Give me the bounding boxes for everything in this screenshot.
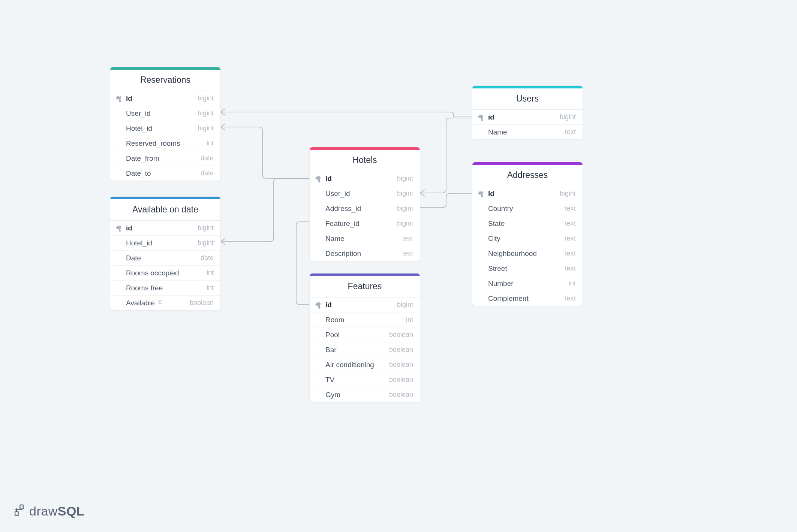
svg-rect-14 bbox=[15, 512, 18, 516]
column-type: boolean bbox=[389, 391, 413, 399]
column-type: boolean bbox=[389, 346, 413, 354]
column-row[interactable]: Hotel_idbigint bbox=[110, 121, 220, 136]
svg-line-5 bbox=[221, 127, 225, 130]
column-type: boolean bbox=[389, 361, 413, 369]
primary-key-icon bbox=[115, 95, 124, 102]
column-type: date bbox=[201, 254, 214, 262]
column-row[interactable]: Date_fromdate bbox=[110, 151, 220, 166]
column-row[interactable]: Descriptiontext bbox=[310, 246, 420, 261]
column-type: bigint bbox=[198, 239, 214, 247]
table-title[interactable]: Users bbox=[472, 88, 583, 110]
column-row[interactable]: Address_idbigint bbox=[310, 201, 420, 216]
column-row[interactable]: Air conditioningboolean bbox=[310, 357, 420, 372]
column-name: id bbox=[488, 190, 560, 198]
column-row[interactable]: Rooms freeint bbox=[110, 281, 220, 296]
column-type: bigint bbox=[560, 190, 576, 197]
column-name: Rooms occopied bbox=[126, 269, 207, 277]
column-name: Reserved_rooms bbox=[126, 139, 207, 148]
table-color-bar bbox=[310, 147, 420, 150]
column-type: int bbox=[406, 316, 413, 324]
table-color-bar bbox=[310, 273, 420, 276]
column-name: id bbox=[325, 301, 397, 309]
primary-key-icon bbox=[315, 175, 324, 182]
column-row[interactable]: idbigint bbox=[110, 91, 220, 106]
column-row[interactable]: Roomint bbox=[310, 312, 420, 327]
column-row[interactable]: idbigint bbox=[310, 297, 420, 312]
column-row[interactable]: Nametext bbox=[310, 231, 420, 246]
table-available-on-date[interactable]: Available on dateidbigintHotel_idbigintD… bbox=[110, 196, 221, 311]
column-row[interactable]: Streettext bbox=[472, 261, 583, 276]
column-row[interactable]: Poolboolean bbox=[310, 327, 420, 342]
drawsql-logo-text: drawSQL bbox=[29, 504, 84, 519]
column-type: bigint bbox=[560, 113, 576, 121]
column-row[interactable]: Barboolean bbox=[310, 342, 420, 357]
table-title[interactable]: Reservations bbox=[110, 70, 220, 91]
column-name: Hotel_id bbox=[126, 239, 198, 247]
column-name: Neighbourhood bbox=[488, 250, 565, 258]
column-row[interactable]: Nametext bbox=[472, 125, 583, 139]
column-row[interactable]: Feature_idbigint bbox=[310, 216, 420, 231]
table-title[interactable]: Hotels bbox=[310, 150, 420, 171]
column-row[interactable]: Datedate bbox=[110, 251, 220, 266]
column-name: User_id bbox=[325, 190, 397, 198]
column-type: int bbox=[207, 284, 214, 292]
table-color-bar bbox=[472, 86, 583, 88]
column-row[interactable]: Reserved_roomsint bbox=[110, 136, 220, 151]
column-row[interactable]: Neighbourhoodtext bbox=[472, 246, 583, 261]
column-type: bigint bbox=[397, 301, 413, 309]
column-name: Rooms free bbox=[126, 284, 207, 292]
column-row[interactable]: Countrytext bbox=[472, 201, 583, 216]
column-type: bigint bbox=[198, 224, 214, 232]
column-name: Complement bbox=[488, 294, 565, 303]
diagram-canvas[interactable]: ReservationsidbigintUser_idbigintHotel_i… bbox=[0, 0, 797, 532]
table-title[interactable]: Available on date bbox=[110, 199, 220, 221]
column-row[interactable]: Hotel_idbigint bbox=[110, 236, 220, 251]
column-name: City bbox=[488, 235, 565, 243]
column-name: Street bbox=[488, 265, 565, 273]
column-row[interactable]: idbigint bbox=[472, 110, 583, 125]
column-name: TV bbox=[325, 376, 389, 384]
table-reservations[interactable]: ReservationsidbigintUser_idbigintHotel_i… bbox=[110, 67, 221, 181]
column-type: bigint bbox=[198, 109, 214, 117]
table-users[interactable]: UsersidbigintNametext bbox=[472, 85, 583, 140]
column-type: bigint bbox=[198, 94, 214, 102]
column-row[interactable]: Statetext bbox=[472, 216, 583, 231]
column-type: bigint bbox=[198, 124, 214, 132]
column-type: text bbox=[565, 205, 576, 212]
column-name: Date_from bbox=[126, 154, 201, 163]
column-row[interactable]: Numberint bbox=[472, 276, 583, 291]
column-name: Date_to bbox=[126, 169, 201, 178]
column-row[interactable]: idbigint bbox=[310, 171, 420, 186]
primary-key-icon bbox=[478, 114, 487, 121]
column-type: text bbox=[565, 250, 576, 257]
table-hotels[interactable]: HotelsidbigintUser_idbigintAddress_idbig… bbox=[309, 147, 420, 261]
table-color-bar bbox=[472, 162, 583, 165]
column-name: Feature_id bbox=[325, 220, 397, 228]
column-name: id bbox=[126, 224, 198, 232]
column-row[interactable]: User_idbigint bbox=[310, 186, 420, 201]
table-addresses[interactable]: AddressesidbigintCountrytextStatetextCit… bbox=[472, 162, 583, 306]
svg-point-16 bbox=[16, 509, 17, 510]
column-name: Hotel_id bbox=[126, 124, 198, 133]
column-row[interactable]: Rooms occopiedint bbox=[110, 266, 220, 281]
table-title[interactable]: Addresses bbox=[472, 165, 583, 186]
drawsql-watermark: drawSQL bbox=[13, 504, 84, 519]
primary-key-icon bbox=[315, 302, 324, 308]
column-row[interactable]: TVboolean bbox=[310, 372, 420, 387]
table-title[interactable]: Features bbox=[310, 276, 420, 297]
column-row[interactable]: Date_todate bbox=[110, 166, 220, 181]
column-name: Pool bbox=[325, 331, 389, 339]
column-row[interactable]: idbigint bbox=[110, 221, 220, 236]
table-features[interactable]: FeaturesidbigintRoomintPoolbooleanBarboo… bbox=[309, 273, 420, 402]
column-row[interactable]: Citytext bbox=[472, 231, 583, 246]
column-type: text bbox=[402, 250, 413, 257]
column-row[interactable]: Gymboolean bbox=[310, 387, 420, 402]
column-type: text bbox=[402, 235, 413, 242]
column-row[interactable]: User_idbigint bbox=[110, 106, 220, 121]
column-row[interactable]: idbigint bbox=[472, 186, 583, 201]
column-row[interactable]: Availableboolean bbox=[110, 296, 220, 310]
comment-icon bbox=[157, 299, 163, 305]
column-name: Bar bbox=[325, 346, 389, 354]
drawsql-logo-icon bbox=[13, 504, 25, 519]
column-row[interactable]: Complementtext bbox=[472, 291, 583, 306]
